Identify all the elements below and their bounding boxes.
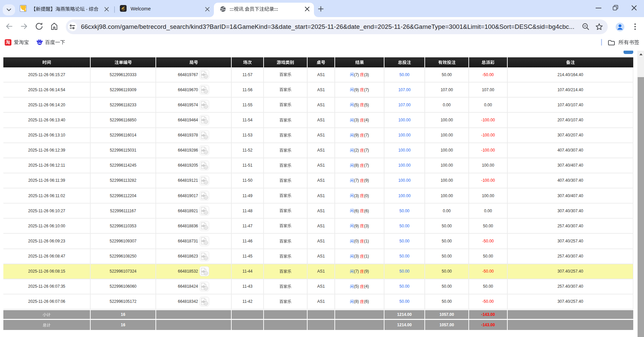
svg-text:du: du [38,42,41,45]
